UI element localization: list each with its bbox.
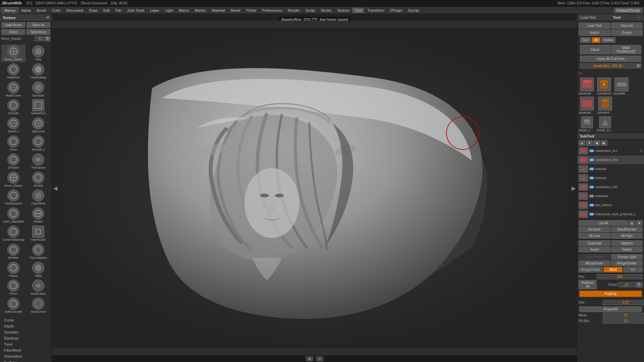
brush-cell-masklasso[interactable]: MaskLasso bbox=[26, 279, 50, 296]
menu-preferences[interactable]: Preferences bbox=[260, 8, 285, 13]
subtool-item-jewelrybox009[interactable]: JewelryBox_009 bbox=[577, 156, 644, 165]
groups-split-button[interactable]: Groups Split bbox=[611, 254, 643, 260]
curve-item-fibermesh[interactable]: FiberMesh bbox=[3, 347, 49, 353]
tool-r-button[interactable]: R bbox=[636, 63, 641, 68]
menu-picker[interactable]: Picker bbox=[244, 8, 259, 13]
polycgp-button[interactable]: PolyCrp bbox=[579, 291, 642, 297]
menu-material[interactable]: Material bbox=[209, 8, 228, 13]
rename-button[interactable]: Rename bbox=[579, 227, 610, 232]
elastic-value[interactable] bbox=[35, 36, 44, 41]
subtool-toggle-extract0[interactable] bbox=[589, 168, 594, 170]
load-tool-button[interactable]: Load Tool bbox=[579, 22, 610, 29]
brush-cell-selectrect[interactable]: SelectRect bbox=[26, 99, 50, 116]
subtool-toggle-jewelrybox009[interactable] bbox=[589, 159, 594, 161]
canvas-floor-btn[interactable]: ⊞ bbox=[306, 356, 313, 361]
brush-cell-standard[interactable]: Standard bbox=[26, 81, 50, 98]
subtool-item-helenmask[interactable]: helenmask_mark_projected_1 bbox=[577, 210, 644, 219]
subtool-up-arrow[interactable]: ▲ bbox=[579, 140, 585, 146]
make-polymesh-button[interactable]: Make PolyMesh3D bbox=[611, 45, 642, 54]
subtool-toggle-helenmask[interactable] bbox=[589, 213, 594, 216]
nav-left-arrow[interactable]: ◀ bbox=[53, 185, 57, 191]
curve-item-orientation[interactable]: Orientation bbox=[3, 353, 49, 359]
subtool-item-toolname[interactable]: toolName bbox=[577, 192, 644, 201]
subtool-right-arrow[interactable]: ▶ bbox=[601, 140, 607, 146]
brush-cell-pinch[interactable]: Pinch bbox=[1, 279, 25, 296]
all-high-button[interactable]: All High bbox=[611, 233, 643, 239]
brush-cell-clipcurve[interactable]: ClipCurve bbox=[26, 117, 50, 134]
st-arr-down[interactable]: ▼ bbox=[636, 220, 643, 226]
menu-movie[interactable]: Movie bbox=[228, 8, 243, 13]
subtool-toggle-jewelrybox002[interactable] bbox=[589, 186, 594, 188]
subtool-toggle-extract2[interactable] bbox=[589, 177, 594, 179]
brush-cell-softconcrete[interactable]: SoftConcrete bbox=[1, 297, 25, 314]
brush-cell-claybuildup[interactable]: ClayBuildup bbox=[26, 63, 50, 80]
brush-cell-zproject[interactable]: ZProject bbox=[1, 153, 25, 170]
brush-cell-claytubes[interactable]: ClayTubes bbox=[26, 189, 50, 206]
brush-cell-smooth[interactable]: Smooth bbox=[1, 99, 25, 116]
menu-render[interactable]: Render bbox=[285, 8, 303, 13]
select-icon-button[interactable]: SelectIcon bbox=[26, 29, 50, 35]
load-brush-button[interactable]: Load Brush bbox=[1, 22, 25, 28]
merge-similar-button[interactable]: MergeSimilar bbox=[611, 260, 643, 266]
brush-cell-maskcircle[interactable]: MaskCircle bbox=[26, 297, 50, 314]
menu-light[interactable]: Light bbox=[162, 8, 176, 13]
autoreorder-button[interactable]: AutoReorder bbox=[611, 227, 643, 232]
brush-cell-move-elastic2[interactable]: Move_Elastic bbox=[1, 171, 25, 188]
brush-cell-planar[interactable]: Planar bbox=[1, 261, 25, 279]
brush-cell-smooth1[interactable]: Smooth 1 bbox=[26, 135, 50, 152]
canvas-viewport[interactable] bbox=[52, 21, 577, 355]
mean-value[interactable] bbox=[603, 313, 644, 318]
all-button[interactable]: All bbox=[592, 37, 600, 43]
tool-expand-icon[interactable]: ↔ bbox=[638, 15, 641, 19]
menu-edit[interactable]: Edit bbox=[101, 8, 112, 13]
brush-cell-move[interactable]: Move bbox=[1, 135, 25, 152]
brush-cell-npolish[interactable]: NPolish bbox=[1, 243, 25, 260]
thumb-cylinder3d1[interactable]: Cylinder3D_1 bbox=[597, 97, 613, 114]
export-button[interactable]: Export bbox=[611, 29, 643, 36]
weld-button[interactable]: Weld bbox=[603, 267, 623, 273]
refresh-icon[interactable]: ↺ bbox=[46, 15, 49, 20]
subtool-item-jewelrybox002[interactable]: JewelryBox_002 bbox=[577, 183, 644, 192]
brush-cell-spolish[interactable]: sPolish bbox=[26, 171, 50, 188]
brush-cell-clay[interactable]: Clay bbox=[26, 45, 50, 62]
brush-cell-inflat[interactable]: Inflat bbox=[26, 261, 50, 279]
goz-button[interactable]: GoZ bbox=[580, 37, 591, 43]
save-as-button[interactable]: Save As bbox=[26, 22, 50, 28]
canvas-nav-btn[interactable]: ⊙ bbox=[316, 356, 323, 361]
split-hidden-button[interactable]: Split Hidden bbox=[579, 254, 610, 260]
import-button[interactable]: Import bbox=[579, 29, 610, 36]
clone-tool-button[interactable]: Clone bbox=[580, 45, 610, 54]
res-value[interactable] bbox=[597, 274, 643, 279]
tool-saveas-button[interactable]: Save As bbox=[611, 22, 643, 29]
menu-transform[interactable]: Transform bbox=[365, 8, 387, 13]
menu-alpha[interactable]: Alpha bbox=[19, 8, 34, 13]
brush-cell-damstandard[interactable]: Dam_Standard bbox=[1, 207, 25, 224]
curve-item-depth[interactable]: Depth bbox=[3, 323, 49, 329]
brush-cell-trimadaptive[interactable]: TrimAdaptive bbox=[26, 243, 50, 260]
menu-layer[interactable]: Layer bbox=[148, 8, 162, 13]
projectall-button[interactable]: ProjectAll bbox=[579, 306, 642, 312]
insert-button[interactable]: Insert bbox=[579, 247, 610, 252]
clone-button[interactable]: Clone bbox=[1, 29, 25, 35]
uv-button[interactable]: Uv bbox=[623, 267, 643, 273]
menu-draw[interactable]: Draw bbox=[86, 8, 100, 13]
thumb-jewelrybox009[interactable]: JewelryBox_009 bbox=[579, 77, 595, 95]
menu-texture[interactable]: Texture bbox=[334, 8, 352, 13]
curve-item-twist[interactable]: Twist bbox=[3, 341, 49, 347]
subtool-toggle-jewelrybox011[interactable] bbox=[589, 149, 594, 152]
subtool-item-extract0[interactable]: Extract0 bbox=[577, 165, 644, 174]
elastic-r-button[interactable]: R bbox=[45, 36, 50, 41]
visible-button[interactable]: Visible bbox=[601, 37, 615, 43]
thumb-jewelrybox001[interactable]: JewelryBox_001 bbox=[579, 97, 595, 114]
menu-zplugin[interactable]: ZPlugin bbox=[387, 8, 405, 13]
curve-item-curve[interactable]: Curve bbox=[3, 317, 49, 323]
menu-macro[interactable]: Macro bbox=[176, 8, 192, 13]
pablur-value[interactable] bbox=[603, 318, 644, 323]
brush-cell-transpose[interactable]: Transpose bbox=[26, 153, 50, 170]
list-all-button[interactable]: List All bbox=[579, 220, 628, 226]
thumb-cylinder3d[interactable]: S Cylinder3D bbox=[597, 77, 612, 95]
menu-color[interactable]: Color bbox=[49, 8, 63, 13]
append-button[interactable]: Append bbox=[611, 240, 643, 246]
brush-cell-flatten[interactable]: Flatten bbox=[26, 207, 50, 224]
merge-visible-button[interactable]: MergeVisible bbox=[579, 267, 603, 273]
